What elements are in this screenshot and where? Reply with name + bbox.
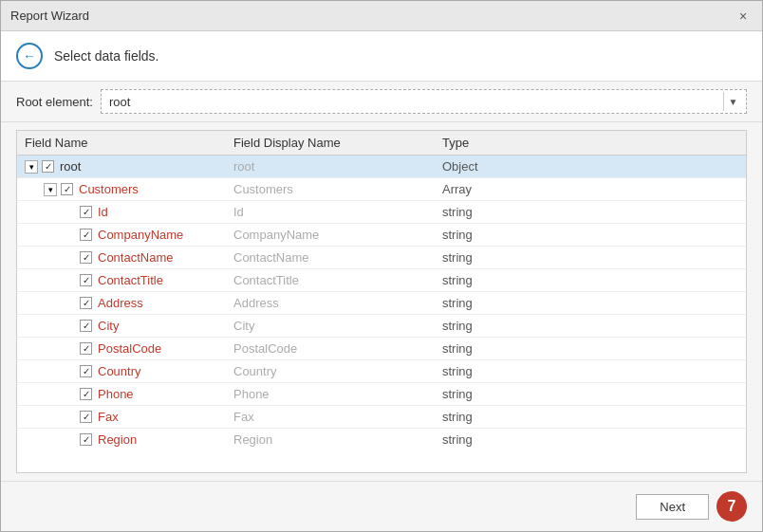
report-wizard-dialog: Report Wizard × ← Select data fields. Ro… — [0, 0, 763, 532]
table-row[interactable]: FaxFaxstring — [17, 406, 746, 429]
table-row[interactable]: CityCitystring — [17, 315, 746, 338]
field-name-text: ContactName — [98, 250, 173, 265]
field-name-text: City — [98, 319, 119, 333]
expand-placeholder — [63, 433, 76, 447]
footer: Next 7 — [1, 481, 762, 531]
field-type: string — [435, 315, 746, 338]
field-display-name: Country — [226, 360, 435, 383]
field-type: string — [435, 201, 746, 224]
title-bar: Report Wizard × — [1, 1, 762, 31]
field-name-text: CompanyName — [98, 228, 183, 242]
field-checkbox[interactable] — [80, 229, 92, 241]
field-type: string — [435, 360, 746, 383]
field-name-text: Customers — [79, 182, 139, 196]
expand-icon[interactable]: ▾ — [44, 183, 57, 196]
table-row[interactable]: PostalCodePostalCodestring — [17, 338, 746, 360]
field-type: string — [435, 429, 746, 451]
field-type: string — [435, 224, 746, 247]
next-button[interactable]: Next — [636, 494, 709, 520]
col-display-name: Field Display Name — [226, 131, 435, 156]
field-checkbox[interactable] — [80, 365, 92, 377]
expand-icon[interactable]: ▾ — [25, 160, 38, 174]
field-display-name: root — [226, 156, 435, 178]
step-badge: 7 — [716, 491, 747, 522]
expand-placeholder — [63, 320, 76, 333]
field-name-text: Id — [98, 205, 108, 219]
field-display-name: Address — [226, 292, 435, 315]
field-type: Array — [435, 178, 746, 201]
field-display-name: City — [226, 315, 435, 338]
field-display-name: Id — [226, 201, 435, 224]
field-type: string — [435, 269, 746, 292]
field-checkbox[interactable] — [80, 297, 92, 309]
field-checkbox[interactable] — [80, 433, 92, 446]
fields-table-container: Field Name Field Display Name Type ▾root… — [16, 130, 747, 473]
field-name-text: Phone — [98, 387, 134, 401]
table-row[interactable]: AddressAddressstring — [17, 292, 746, 315]
field-checkbox[interactable] — [80, 411, 92, 423]
close-button[interactable]: × — [734, 7, 753, 26]
root-element-label: Root element: — [16, 95, 93, 109]
field-type: string — [435, 338, 746, 360]
root-element-combo[interactable]: root ▼ — [101, 89, 747, 114]
field-display-name: Fax — [226, 406, 435, 429]
dialog-title: Report Wizard — [10, 9, 89, 23]
expand-placeholder — [63, 251, 76, 265]
table-row[interactable]: ContactTitleContactTitlestring — [17, 269, 746, 292]
field-name-text: ContactTitle — [98, 273, 163, 287]
field-checkbox[interactable] — [80, 251, 92, 264]
header-section: ← Select data fields. — [1, 31, 762, 82]
col-field-name: Field Name — [17, 131, 226, 156]
table-header-row: Field Name Field Display Name Type — [17, 131, 746, 156]
field-display-name: ContactName — [226, 247, 435, 269]
back-button[interactable]: ← — [16, 43, 43, 69]
field-checkbox[interactable] — [61, 183, 73, 195]
field-checkbox[interactable] — [80, 342, 92, 355]
field-checkbox[interactable] — [80, 388, 92, 400]
expand-placeholder — [63, 206, 76, 219]
field-display-name: Region — [226, 429, 435, 451]
field-checkbox[interactable] — [80, 206, 92, 218]
field-checkbox[interactable] — [80, 274, 92, 286]
expand-placeholder — [63, 388, 76, 401]
expand-placeholder — [63, 365, 76, 378]
field-type: string — [435, 406, 746, 429]
table-row[interactable]: PhonePhonestring — [17, 383, 746, 406]
field-checkbox[interactable] — [80, 320, 92, 332]
instruction-text: Select data fields. — [54, 48, 159, 64]
expand-placeholder — [63, 274, 76, 287]
table-row[interactable]: ▾rootrootObject — [17, 156, 746, 178]
root-element-value: root — [105, 95, 723, 109]
expand-placeholder — [63, 229, 76, 242]
table-row[interactable]: ContactNameContactNamestring — [17, 247, 746, 269]
field-display-name: Customers — [226, 178, 435, 201]
root-element-row: Root element: root ▼ — [1, 82, 762, 122]
expand-placeholder — [63, 297, 76, 310]
combo-arrow-icon[interactable]: ▼ — [723, 92, 742, 111]
expand-placeholder — [63, 411, 76, 424]
field-name-text: Fax — [98, 410, 119, 424]
table-row[interactable]: ▾CustomersCustomersArray — [17, 178, 746, 201]
field-display-name: Phone — [226, 383, 435, 406]
fields-table: Field Name Field Display Name Type ▾root… — [17, 131, 746, 450]
table-row[interactable]: CountryCountrystring — [17, 360, 746, 383]
field-name-text: Country — [98, 364, 141, 378]
field-type: Object — [435, 156, 746, 178]
field-name-text: Region — [98, 432, 137, 447]
field-name-text: Address — [98, 296, 143, 310]
main-content: Field Name Field Display Name Type ▾root… — [1, 122, 762, 481]
expand-placeholder — [63, 342, 76, 356]
field-name-text: root — [60, 159, 81, 174]
field-checkbox[interactable] — [42, 160, 54, 173]
field-type: string — [435, 247, 746, 269]
field-name-text: PostalCode — [98, 341, 161, 356]
table-row[interactable]: IdIdstring — [17, 201, 746, 224]
table-row[interactable]: RegionRegionstring — [17, 429, 746, 451]
table-row[interactable]: CompanyNameCompanyNamestring — [17, 224, 746, 247]
field-display-name: ContactTitle — [226, 269, 435, 292]
col-type: Type — [435, 131, 746, 156]
field-type: string — [435, 292, 746, 315]
field-display-name: PostalCode — [226, 338, 435, 360]
field-type: string — [435, 383, 746, 406]
field-display-name: CompanyName — [226, 224, 435, 247]
